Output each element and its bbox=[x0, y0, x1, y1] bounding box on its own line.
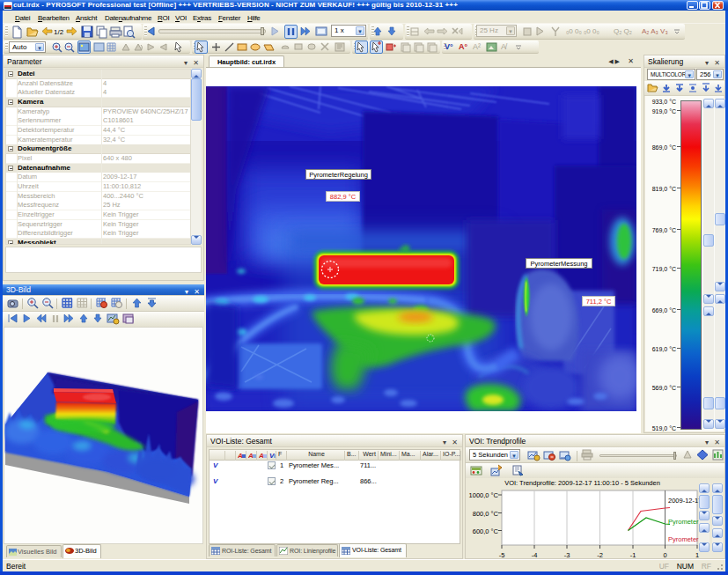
svg-text:-3: -3 bbox=[564, 551, 570, 558]
svg-text:Pyrometer R: Pyrometer R bbox=[668, 535, 700, 543]
svg-text:-5: -5 bbox=[499, 551, 505, 558]
svg-text:Pyrometer M: Pyrometer M bbox=[668, 518, 700, 526]
svg-text:-2: -2 bbox=[597, 551, 603, 558]
svg-text:2009-12-17: 2009-12-17 bbox=[668, 497, 700, 505]
svg-text:1: 1 bbox=[695, 551, 699, 558]
svg-text:600,0 °C: 600,0 °C bbox=[473, 527, 499, 535]
svg-text:-4: -4 bbox=[532, 551, 538, 558]
svg-text:0: 0 bbox=[663, 551, 666, 558]
svg-text:-1: -1 bbox=[630, 551, 636, 558]
svg-text:800,0 °C: 800,0 °C bbox=[473, 510, 499, 518]
svg-text:1000,0 °C: 1000,0 °C bbox=[469, 491, 499, 499]
